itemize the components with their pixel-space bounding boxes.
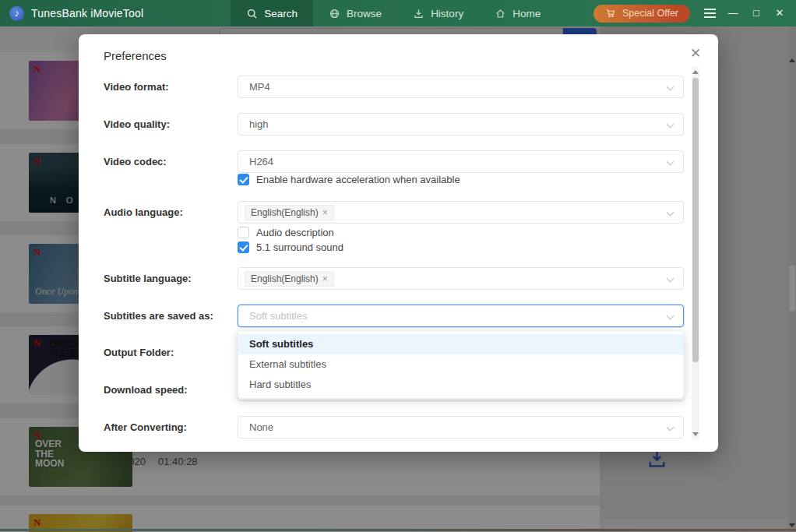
title-bar: ♪ TunesBank iMovieTool Search Browse His…	[0, 0, 796, 26]
language-tag-label: English(English)	[251, 273, 319, 284]
scroll-up-icon[interactable]	[692, 70, 699, 74]
chevron-down-icon	[667, 424, 674, 432]
nav-tab-label: Search	[264, 8, 298, 19]
subtitles-saved-as-dropdown: Soft subtitles External subtitles Hard s…	[238, 330, 684, 399]
search-icon	[246, 8, 258, 19]
main-nav: Search Browse History Home	[231, 0, 556, 26]
scrollbar-thumb[interactable]	[692, 78, 699, 362]
home-icon	[495, 8, 506, 19]
field-label-video-codec: Video codec:	[104, 156, 167, 167]
field-label-video-format: Video format:	[104, 81, 169, 93]
dropdown-option-external-subtitles[interactable]: External subtitles	[238, 354, 683, 375]
video-quality-select[interactable]: high	[238, 113, 684, 136]
app-window: ♪ TunesBank iMovieTool Search Browse His…	[0, 0, 796, 532]
remove-tag-icon[interactable]: ×	[322, 273, 328, 284]
nav-tab-label: Browse	[347, 8, 382, 19]
checkbox-checked[interactable]	[238, 241, 249, 253]
special-offer-label: Special Offer	[622, 8, 678, 19]
maximize-button[interactable]: □	[745, 0, 768, 26]
chevron-down-icon	[667, 83, 674, 91]
close-dialog-button[interactable]: ✕	[687, 45, 704, 62]
field-label-video-quality: Video quality:	[104, 118, 170, 130]
close-window-button[interactable]: ✕	[768, 0, 791, 26]
hamburger-icon	[704, 9, 716, 10]
dropdown-option-soft-subtitles[interactable]: Soft subtitles	[238, 334, 683, 354]
subtitles-saved-as-select[interactable]: Soft subtitles	[238, 305, 684, 327]
checkbox-label: Audio description	[256, 227, 334, 238]
hardware-acceleration-option: Enable hardware acceleration when availa…	[238, 174, 460, 185]
checkbox-checked[interactable]	[238, 174, 249, 185]
video-format-select[interactable]: MP4	[238, 76, 684, 98]
scroll-down-icon[interactable]	[692, 432, 699, 436]
field-label-subtitles-saved-as: Subtitles are saved as:	[104, 310, 213, 322]
chevron-down-icon	[667, 312, 674, 320]
select-value: high	[249, 118, 269, 130]
nav-tab-home[interactable]: Home	[479, 0, 556, 26]
video-codec-select[interactable]: H264	[238, 150, 684, 173]
minimize-button[interactable]: —	[721, 0, 745, 26]
select-value: MP4	[249, 81, 270, 93]
nav-tab-label: History	[431, 8, 463, 19]
chevron-down-icon	[667, 209, 674, 217]
download-tray-icon	[413, 8, 424, 19]
checkbox-unchecked[interactable]	[238, 227, 249, 238]
app-title: TunesBank iMovieTool	[31, 7, 143, 19]
chevron-down-icon	[667, 275, 674, 283]
chevron-down-icon	[667, 121, 674, 129]
language-tag: English(English) ×	[245, 205, 334, 220]
checkbox-label: 5.1 surround sound	[256, 241, 343, 253]
globe-icon	[329, 8, 340, 19]
field-label-subtitle-language: Subtitle language:	[104, 273, 192, 284]
surround-sound-option: 5.1 surround sound	[238, 241, 343, 253]
app-logo-icon: ♪	[9, 6, 24, 21]
audio-language-select[interactable]: English(English) ×	[238, 201, 684, 224]
select-value: None	[249, 421, 273, 433]
nav-tab-search[interactable]: Search	[231, 0, 313, 26]
language-tag: English(English) ×	[245, 271, 334, 287]
checkbox-label: Enable hardware acceleration when availa…	[256, 174, 460, 185]
select-value: H264	[249, 156, 273, 167]
nav-tab-browse[interactable]: Browse	[313, 0, 397, 26]
dialog-scrollbar[interactable]	[692, 66, 699, 440]
dialog-title: Preferences	[104, 49, 167, 62]
select-placeholder: Soft subtitles	[249, 310, 307, 322]
nav-tab-label: Home	[512, 8, 541, 19]
field-label-output-folder: Output Folder:	[104, 347, 174, 358]
field-label-download-speed: Download speed:	[104, 384, 188, 396]
dropdown-option-hard-subtitles[interactable]: Hard subtitles	[238, 375, 683, 395]
cart-icon	[605, 8, 616, 19]
language-tag-label: English(English)	[251, 207, 319, 218]
nav-tab-history[interactable]: History	[397, 0, 479, 26]
after-converting-select[interactable]: None	[238, 416, 684, 439]
chevron-down-icon	[667, 158, 674, 166]
preferences-dialog: Preferences ✕ Video format: MP4 Video qu…	[79, 34, 718, 452]
subtitle-language-select[interactable]: English(English) ×	[238, 267, 684, 290]
window-controls: — □ ✕	[698, 0, 791, 26]
special-offer-button[interactable]: Special Offer	[593, 5, 690, 23]
field-label-audio-language: Audio language:	[104, 206, 183, 218]
remove-tag-icon[interactable]: ×	[322, 207, 328, 218]
audio-description-option: Audio description	[238, 227, 334, 238]
field-label-after-converting: After Converting:	[104, 421, 187, 433]
menu-button[interactable]	[698, 9, 721, 18]
